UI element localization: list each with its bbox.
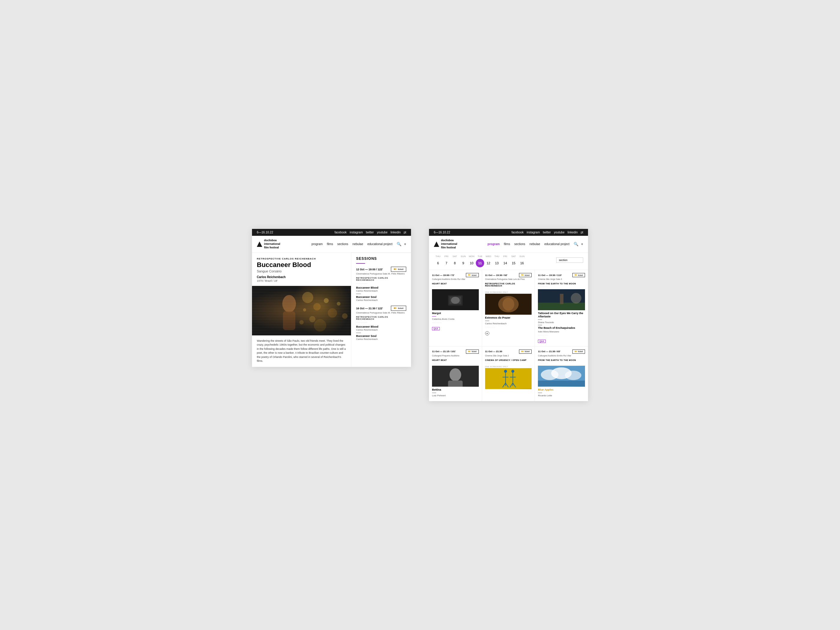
- date-1: 6—16.10.22: [257, 231, 273, 234]
- logo-1[interactable]: doclisboa international film festival: [257, 239, 280, 249]
- nav-program-2[interactable]: program: [488, 242, 500, 246]
- session-info-1-2: 11 Oct — 19:30 / 92' 🎫 ticket Cinemateca…: [485, 273, 532, 280]
- session-film-1a: Buccaneer Blood: [356, 286, 406, 289]
- badge-warning-1-2: ▲: [485, 331, 489, 335]
- day-8[interactable]: 8: [451, 259, 459, 267]
- film-image: [252, 286, 351, 335]
- film-header: RETROSPECTIVE CARLOS REICHENBACH Buccane…: [252, 253, 351, 286]
- ticket-2-2[interactable]: 🎫 ticket: [519, 349, 532, 354]
- thumb-svg-1-1: [432, 289, 479, 310]
- logo-text-2: doclisboa international film festival: [441, 239, 457, 249]
- time-2-1: 11 Oct — 21:15 / 101': [432, 350, 456, 353]
- link-youtube-2[interactable]: youtube: [554, 231, 565, 234]
- calendar-days-header: THU FRI SAT SUN MON TUE WED THU FRI SAT …: [434, 255, 526, 258]
- nav-educational-1[interactable]: educational project: [367, 242, 392, 246]
- dots-1-1: ··········: [432, 286, 479, 288]
- thumb-1-1: [432, 289, 479, 310]
- day-6[interactable]: 6: [434, 259, 442, 267]
- ticket-icon-2-2: 🎫: [521, 351, 524, 353]
- prog-col-1-2: 11 Oct — 19:30 / 92' 🎫 ticket Cinemateca…: [482, 270, 535, 346]
- time-1-3: 11 Oct — 19:30 / 113': [538, 274, 562, 276]
- section-tag-2-1: HEART BEAT: [432, 359, 479, 361]
- logo-text-1: doclisboa international film festival: [264, 239, 280, 249]
- day-10[interactable]: 10: [467, 259, 476, 267]
- ticket-btn-1[interactable]: 🎫 ticket: [391, 267, 406, 272]
- section-dropdown[interactable]: section: [556, 257, 583, 263]
- film-title: Buccaneer Blood: [257, 261, 346, 268]
- section-select-wrapper: section: [556, 257, 583, 263]
- ticket-btn-2[interactable]: 🎫 ticket: [391, 306, 406, 311]
- session-film-1b: Buccaneer Soul: [356, 295, 406, 298]
- nav-program-1[interactable]: program: [311, 242, 322, 246]
- link-linkedin-2[interactable]: linkedin: [568, 231, 578, 234]
- session-director-1b: Carlos Reichenbach: [356, 299, 406, 302]
- nav-nebulae-2[interactable]: nebulae: [529, 242, 540, 246]
- venue-2-3: Culturgest Auditório Emílio Rui Vilar: [538, 355, 585, 357]
- svg-point-34: [511, 370, 514, 373]
- session-film-2b: Buccaneer Soul: [356, 335, 406, 338]
- link-facebook-2[interactable]: facebook: [512, 231, 524, 234]
- ticket-1-1[interactable]: 🎫 ticket: [466, 273, 478, 277]
- nav-films-1[interactable]: films: [327, 242, 333, 246]
- ticket-1-3[interactable]: 🎫 ticket: [572, 273, 585, 277]
- section-tag-2-2: CINEMA OF URGENCY / OPEN CAMP: [485, 359, 532, 361]
- svg-point-41: [565, 371, 581, 380]
- venue-1-1: Culturgest Auditório Emílio Rui Vilar: [432, 278, 479, 280]
- top-bar-links-1: facebook instagram twitter youtube linke…: [335, 231, 406, 234]
- session-venue-1: Cinemateca Portuguesa Sala M. Félix Ribe…: [356, 272, 406, 275]
- calendar-strip: THU FRI SAT SUN MON TUE WED THU FRI SAT …: [429, 253, 588, 270]
- link-linkedin-1[interactable]: linkedin: [391, 231, 401, 234]
- link-pt-1[interactable]: pt: [404, 231, 406, 234]
- link-pt-2[interactable]: pt: [581, 231, 583, 234]
- time-2-2: 11 Oct — 21:30: [485, 350, 502, 353]
- day-15[interactable]: 15: [509, 259, 518, 267]
- logo-icon-2: [434, 242, 439, 247]
- session-time-row-1-2: 11 Oct — 19:30 / 92' 🎫 ticket: [485, 273, 532, 277]
- link-instagram-2[interactable]: instagram: [527, 231, 540, 234]
- day-16[interactable]: 16: [518, 259, 526, 267]
- session-time-row-2-2: 11 Oct — 21:30 🎫 ticket: [485, 349, 532, 354]
- session-line-1: [356, 294, 361, 294]
- thumb-svg-1-3: [538, 289, 585, 310]
- day-9[interactable]: 9: [459, 259, 467, 267]
- nav-nebulae-1[interactable]: nebulae: [352, 242, 363, 246]
- nav-sections-2[interactable]: sections: [514, 242, 525, 246]
- link-twitter-2[interactable]: twitter: [543, 231, 551, 234]
- day-14[interactable]: 14: [501, 259, 509, 267]
- badge-qa-1-3: Q&A: [538, 339, 546, 343]
- day-12[interactable]: 12: [484, 259, 493, 267]
- sessions-divider: [356, 263, 365, 264]
- program-grid-row1: 11 Oct — 19:00 / 72' 🎫 ticket Culturgest…: [429, 270, 588, 346]
- add-icon-2[interactable]: +: [581, 242, 583, 246]
- day-header-thu1: THU: [434, 255, 442, 258]
- svg-point-19: [502, 298, 514, 311]
- link-twitter-1[interactable]: twitter: [366, 231, 374, 234]
- thumb-2-2: [485, 368, 532, 389]
- add-icon-1[interactable]: +: [404, 242, 406, 246]
- nav-2: doclisboa international film festival pr…: [429, 236, 588, 253]
- search-icon-2[interactable]: 🔍: [573, 242, 578, 246]
- divider-2-3: [538, 393, 542, 393]
- ticket-icon-1-1: 🎫: [468, 274, 471, 276]
- screen-film-detail: 6—16.10.22 facebook instagram twitter yo…: [252, 229, 411, 366]
- nav-icons-1: 🔍 +: [396, 242, 406, 246]
- session-block-1: 12 Oct — 19:00 / 122' 🎫 ticket Cinematec…: [356, 267, 406, 302]
- day-13[interactable]: 13: [493, 259, 501, 267]
- search-icon-1[interactable]: 🔍: [396, 242, 401, 246]
- venue-2-1: Culturgest Pequeno Auditório: [432, 355, 479, 357]
- ticket-2-3[interactable]: 🎫 ticket: [572, 349, 585, 354]
- day-11-active[interactable]: 11: [476, 259, 484, 267]
- day-7[interactable]: 7: [442, 259, 451, 267]
- nav-sections-1[interactable]: sections: [337, 242, 348, 246]
- screen-program: 6—16.10.22 facebook instagram twitter yo…: [429, 229, 588, 401]
- ticket-1-2[interactable]: 🎫 ticket: [519, 273, 532, 277]
- day-header-fri2: FRI: [501, 255, 509, 258]
- link-instagram-1[interactable]: instagram: [350, 231, 363, 234]
- ticket-2-1[interactable]: 🎫 ticket: [466, 349, 478, 354]
- calendar-nav-area: THU FRI SAT SUN MON TUE WED THU FRI SAT …: [434, 255, 526, 267]
- link-facebook-1[interactable]: facebook: [335, 231, 347, 234]
- nav-films-2[interactable]: films: [504, 242, 510, 246]
- nav-educational-2[interactable]: educational project: [544, 242, 569, 246]
- link-youtube-1[interactable]: youtube: [377, 231, 388, 234]
- logo-2[interactable]: doclisboa international film festival: [434, 239, 457, 249]
